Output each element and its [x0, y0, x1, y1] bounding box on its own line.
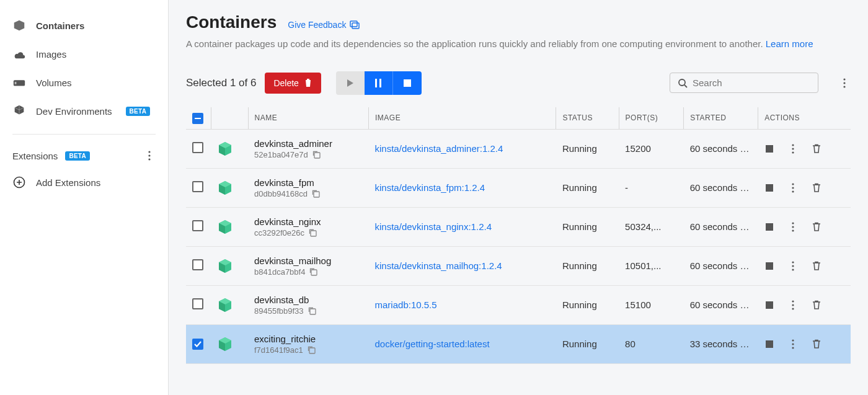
row-stop-button[interactable]	[764, 222, 774, 232]
select-all-checkbox[interactable]	[192, 113, 203, 124]
svg-point-44	[792, 347, 794, 348]
table-row[interactable]: devkinsta_nginxcc3292f0e26ckinsta/devkin…	[186, 207, 851, 246]
table-row[interactable]: devkinsta_fpmd0dbb94168cdkinsta/devkinst…	[186, 168, 851, 207]
delete-button[interactable]: Delete	[265, 73, 321, 94]
sidebar-item-dev-environments[interactable]: Dev Environments BETA	[0, 97, 168, 125]
row-more-button[interactable]	[788, 339, 798, 349]
container-started: 33 seconds ago	[690, 339, 752, 349]
svg-point-4	[148, 158, 150, 160]
copy-icon[interactable]	[308, 306, 316, 315]
search-input[interactable]	[693, 78, 810, 88]
container-name[interactable]: devkinsta_adminer	[254, 138, 363, 149]
col-status[interactable]: STATUS	[556, 107, 619, 130]
svg-point-38	[792, 304, 794, 306]
page-description: A container packages up code and its dep…	[186, 37, 851, 51]
row-checkbox[interactable]	[192, 259, 203, 270]
row-stop-button[interactable]	[764, 261, 774, 271]
row-more-button[interactable]	[788, 222, 798, 232]
row-stop-button[interactable]	[764, 183, 774, 193]
table-row[interactable]: devkinsta_mailhogb841dca7bbf4kinsta/devk…	[186, 246, 851, 285]
container-name[interactable]: devkinsta_fpm	[254, 177, 363, 188]
row-delete-button[interactable]	[812, 183, 822, 193]
feedback-icon	[350, 20, 360, 29]
sidebar-item-containers[interactable]: Containers	[0, 11, 168, 40]
container-image-link[interactable]: docker/getting-started:latest	[375, 339, 490, 349]
col-ports[interactable]: PORT(S)	[619, 107, 684, 130]
container-status: Running	[556, 168, 619, 207]
row-more-button[interactable]	[788, 261, 798, 271]
row-checkbox[interactable]	[192, 181, 203, 192]
sidebar-item-label: Containers	[36, 20, 84, 31]
col-started[interactable]: STARTED	[684, 107, 758, 130]
copy-icon[interactable]	[307, 345, 316, 354]
container-name[interactable]: devkinsta_nginx	[254, 216, 363, 227]
container-name[interactable]: exciting_ritchie	[254, 334, 363, 344]
row-checkbox[interactable]	[192, 142, 203, 153]
table-row[interactable]: devkinsta_adminer52e1ba047e7dkinsta/devk…	[186, 129, 851, 168]
svg-rect-40	[309, 348, 315, 353]
svg-point-12	[843, 78, 845, 80]
row-delete-button[interactable]	[812, 261, 822, 271]
stop-button[interactable]	[393, 71, 422, 95]
sidebar-item-images[interactable]: Images	[0, 40, 168, 68]
container-id: b841dca7bbf4	[254, 267, 305, 277]
col-actions: ACTIONS	[758, 107, 851, 130]
pause-button[interactable]	[365, 71, 393, 95]
main-content: Containers Give Feedback A container pac…	[169, 0, 868, 395]
row-delete-button[interactable]	[812, 300, 822, 310]
search-box[interactable]	[670, 73, 818, 93]
volume-icon	[12, 76, 26, 89]
row-delete-button[interactable]	[812, 222, 822, 232]
row-stop-button[interactable]	[764, 339, 774, 349]
table-row[interactable]: exciting_ritchief7d1641f9ac1docker/getti…	[186, 324, 851, 363]
extensions-label: Extensions	[12, 151, 58, 161]
container-id: cc3292f0e26c	[254, 228, 304, 237]
copy-icon[interactable]	[309, 267, 317, 276]
svg-rect-35	[310, 309, 316, 314]
copy-icon[interactable]	[308, 228, 317, 237]
svg-point-27	[792, 222, 794, 224]
svg-point-3	[148, 154, 150, 156]
container-ports: 10501,...	[619, 246, 684, 285]
col-name[interactable]: NAME	[248, 107, 369, 130]
row-delete-button[interactable]	[812, 339, 822, 349]
row-stop-button[interactable]	[764, 144, 774, 154]
toolbar-more-icon[interactable]	[838, 77, 851, 89]
col-image[interactable]: IMAGE	[369, 107, 556, 130]
svg-rect-7	[352, 23, 359, 29]
row-checkbox[interactable]	[192, 298, 203, 309]
svg-rect-25	[311, 231, 316, 236]
svg-rect-9	[379, 79, 381, 87]
row-more-button[interactable]	[788, 144, 798, 154]
row-more-button[interactable]	[788, 183, 798, 193]
copy-icon[interactable]	[311, 189, 320, 198]
row-checkbox[interactable]	[192, 220, 203, 231]
svg-point-42	[792, 339, 794, 341]
copy-icon[interactable]	[312, 150, 321, 159]
feedback-link[interactable]: Give Feedback	[288, 20, 360, 30]
selection-count: Selected 1 of 6	[186, 77, 256, 89]
svg-rect-26	[766, 223, 773, 231]
container-image-link[interactable]: kinsta/devkinsta_fpm:1.2.4	[375, 182, 485, 193]
container-name[interactable]: devkinsta_db	[254, 295, 363, 305]
play-button[interactable]	[336, 71, 365, 95]
table-row[interactable]: devkinsta_db89455fbb9f33mariadb:10.5.5Ru…	[186, 285, 851, 324]
container-name[interactable]: devkinsta_mailhog	[254, 255, 363, 266]
row-more-button[interactable]	[788, 300, 798, 310]
container-image-link[interactable]: kinsta/devkinsta_nginx:1.2.4	[375, 221, 492, 232]
row-checkbox[interactable]	[192, 339, 203, 350]
container-cube-icon	[217, 219, 242, 235]
more-icon[interactable]	[143, 149, 156, 162]
svg-point-43	[792, 343, 794, 345]
svg-point-17	[792, 144, 794, 146]
row-stop-button[interactable]	[764, 300, 774, 310]
row-delete-button[interactable]	[812, 144, 822, 154]
container-image-link[interactable]: kinsta/devkinsta_mailhog:1.2.4	[375, 260, 502, 271]
container-image-link[interactable]: kinsta/devkinsta_adminer:1.2.4	[375, 143, 503, 154]
learn-more-link[interactable]: Learn more	[766, 38, 813, 49]
sidebar-item-volumes[interactable]: Volumes	[0, 68, 168, 97]
sidebar-item-add-extensions[interactable]: Add Extensions	[0, 168, 168, 197]
container-image-link[interactable]: mariadb:10.5.5	[375, 300, 437, 310]
svg-point-14	[843, 86, 845, 87]
divider	[12, 134, 156, 135]
